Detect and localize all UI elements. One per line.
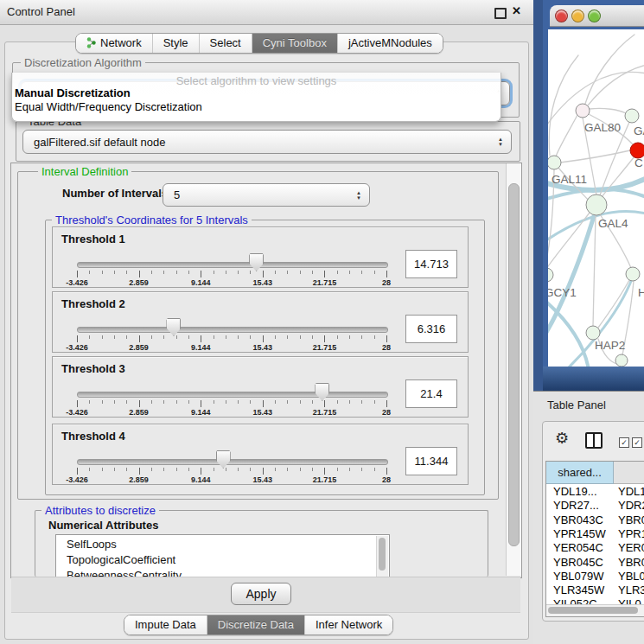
cell-name: YDL1 (613, 485, 644, 500)
major-tick (386, 468, 387, 475)
minor-tick (349, 335, 350, 339)
attribute-item[interactable]: TopologicalCoefficient (67, 553, 175, 566)
close-icon[interactable]: ✕ (512, 4, 521, 17)
minimize-traffic-light[interactable] (571, 10, 584, 22)
network-node[interactable] (615, 354, 628, 367)
table-row[interactable]: YBL079WYBL0 (546, 570, 644, 584)
column-header-shared-name[interactable]: shared... (546, 462, 614, 484)
tab-jactivemnodules[interactable]: jActiveMNodules (337, 34, 443, 53)
threshold-value-field[interactable]: 6.316 (405, 315, 457, 343)
minor-tick (102, 400, 103, 404)
network-edge[interactable] (548, 213, 590, 269)
table-panel-section: Table Panel ⚙ ✓ ✓ shared... n... YDL19..… (533, 391, 644, 644)
network-edge[interactable] (590, 108, 626, 113)
bottom-tab-impute-data[interactable]: Impute Data (124, 615, 207, 634)
table-row[interactable]: YDL19...YDL1 (546, 485, 644, 500)
cell-name: YER0 (613, 541, 644, 556)
network-node[interactable] (548, 156, 561, 169)
tab-network[interactable]: Network (76, 34, 152, 53)
minor-tick (126, 468, 127, 471)
network-edge[interactable] (556, 115, 577, 156)
number-of-intervals-label: Number of Intervals (62, 187, 168, 200)
tab-style[interactable]: Style (152, 34, 199, 53)
tab-cyni-toolbox[interactable]: Cyni Toolbox (252, 34, 337, 53)
tick-label: 15.43 (243, 408, 283, 417)
minor-tick (89, 400, 90, 404)
node-table[interactable]: shared... n... YDL19...YDL1YDR27...YDR2Y… (545, 461, 644, 617)
attribute-item[interactable]: SelfLoops (67, 538, 117, 551)
table-hscrollbar[interactable] (546, 604, 644, 616)
network-edge[interactable] (585, 35, 634, 104)
network-edge[interactable] (598, 280, 629, 328)
apply-button[interactable]: Apply (231, 583, 291, 605)
table-row[interactable]: YLR345WYLR3 (546, 583, 644, 598)
threshold-value-field[interactable]: 11.344 (405, 447, 457, 475)
threshold-panel-3: Threshold 3-3.4262.8599.14415.4321.71528… (52, 356, 469, 418)
minor-tick (114, 335, 115, 339)
split-columns-icon[interactable] (585, 432, 603, 449)
scrollbar-thumb[interactable] (548, 607, 638, 614)
scrollbar-thumb[interactable] (379, 538, 386, 571)
threshold-value-field[interactable]: 14.713 (405, 250, 457, 278)
scrollbar-thumb[interactable] (508, 183, 520, 546)
close-traffic-light[interactable] (555, 10, 568, 22)
network-window-titlebar[interactable] (550, 5, 644, 27)
minor-tick (238, 335, 239, 339)
table-row[interactable]: YPR145WYPR1 (546, 527, 644, 542)
gear-icon[interactable]: ⚙ (555, 429, 569, 448)
minor-tick (188, 468, 189, 471)
minor-tick (214, 400, 214, 404)
checkbox-icon[interactable]: ✓ (632, 437, 642, 448)
float-window-icon[interactable] (494, 8, 507, 19)
zoom-traffic-light[interactable] (588, 10, 601, 22)
tab-select[interactable]: Select (199, 34, 252, 53)
bottom-tab-discretize-data[interactable]: Discretize Data (207, 615, 304, 634)
bottom-tab-infer-network[interactable]: Infer Network (304, 615, 392, 634)
network-edge[interactable] (588, 64, 644, 105)
minor-tick (275, 400, 276, 404)
network-node[interactable] (586, 194, 607, 215)
network-node[interactable] (625, 109, 639, 123)
network-node[interactable] (576, 104, 590, 118)
checkbox-icon[interactable]: ✓ (619, 437, 629, 448)
network-node[interactable] (548, 268, 553, 282)
minor-tick (102, 468, 103, 471)
slider-handle[interactable] (216, 450, 231, 469)
slider-handle[interactable] (166, 318, 181, 336)
network-edge[interactable] (548, 297, 590, 367)
network-node[interactable] (586, 326, 600, 340)
attributes-list[interactable]: SelfLoopsTopologicalCoefficientBetweenne… (55, 534, 390, 578)
control-panel-window: Control Panel ✕ NetworkStyleSelectCyni T… (0, 0, 533, 644)
table-row[interactable]: YER054CYER0 (546, 541, 644, 556)
column-header-name[interactable]: n... (614, 462, 644, 484)
tick-label: 21.715 (304, 408, 344, 417)
slider-track[interactable] (77, 262, 388, 268)
popup-item-2[interactable]: Equal Width/Frequency Discretization (15, 100, 202, 113)
network-edge[interactable] (548, 207, 596, 341)
popup-hint: Select algorithm to view settings (12, 74, 501, 87)
panel-title: Control Panel (7, 5, 75, 18)
minor-tick (151, 468, 152, 471)
slider-track[interactable] (77, 459, 388, 465)
table-row[interactable]: YBR043CYBR0 (546, 513, 644, 528)
attributes-list-scrollbar[interactable] (376, 536, 388, 577)
number-of-intervals-combo[interactable]: 5 ▲▼ (163, 183, 370, 207)
threshold-value-field[interactable]: 21.4 (405, 379, 457, 408)
table-row[interactable]: YDR27...YDR2 (546, 499, 644, 513)
slider-track[interactable] (77, 327, 388, 333)
network-edge[interactable] (593, 215, 596, 326)
minor-tick (312, 468, 313, 471)
network-canvas[interactable]: GAL80GACGAL11GAL4GCY1HHAP2 (548, 29, 644, 367)
settings-scrollbar[interactable] (506, 163, 521, 576)
slider-handle[interactable] (315, 383, 329, 401)
popup-item-1[interactable]: Manual Discretization (15, 86, 131, 99)
minor-tick (374, 468, 375, 471)
slider-track[interactable] (77, 392, 388, 398)
table-data-combo[interactable]: galFiltered.sif default node ▲▼ (22, 130, 512, 154)
network-edge[interactable] (560, 150, 630, 163)
network-node[interactable] (626, 267, 640, 281)
table-row[interactable]: YBR045CYBR0 (546, 556, 644, 571)
major-tick (324, 468, 325, 475)
slider-handle[interactable] (249, 253, 264, 271)
table-header[interactable]: shared... n... (546, 462, 644, 484)
